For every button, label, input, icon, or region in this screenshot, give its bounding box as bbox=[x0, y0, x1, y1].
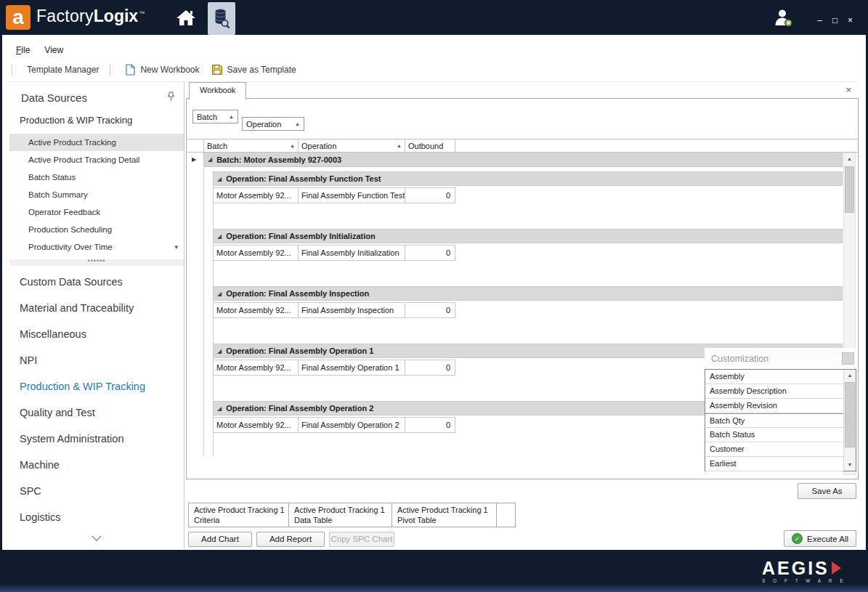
chevron-down-icon bbox=[92, 532, 102, 541]
table-row[interactable]: Motor Assembly 92... Final Assembly Oper… bbox=[213, 417, 455, 433]
sidebar-item-productivity-over-time[interactable]: Productivity Over Time▾ bbox=[9, 238, 184, 256]
save-as-button[interactable]: Save As bbox=[798, 483, 856, 499]
cell-operation[interactable]: Final Assembly Operation 1 bbox=[299, 360, 405, 376]
cell-batch[interactable]: Motor Assembly 92... bbox=[213, 360, 299, 376]
table-row[interactable]: Motor Assembly 92... Final Assembly Oper… bbox=[213, 360, 455, 376]
sidebar-item-batch-status[interactable]: Batch Status bbox=[9, 169, 184, 186]
sort-asc-icon: ▲ bbox=[290, 143, 295, 148]
sort-asc-icon: ▲ bbox=[229, 114, 234, 119]
column-header-outbound[interactable]: Outbound bbox=[405, 139, 455, 152]
sidebar-category-system-administration[interactable]: System Administration bbox=[9, 426, 184, 452]
new-workbook-button[interactable]: New Workbook bbox=[119, 62, 205, 78]
execute-all-button[interactable]: ✓ Execute All bbox=[784, 530, 856, 547]
sidebar-category-spc[interactable]: SPC bbox=[9, 478, 184, 504]
minimize-button[interactable]: – bbox=[812, 16, 827, 25]
sidebar-category-logistics[interactable]: Logistics bbox=[9, 504, 184, 530]
sort-asc-icon: ▲ bbox=[295, 121, 300, 126]
sidebar-collapse-chevron[interactable] bbox=[94, 530, 100, 543]
row-expand-icon[interactable]: ▶ bbox=[192, 156, 196, 163]
group-expanded-icon: ◢ bbox=[208, 156, 212, 163]
column-header-batch[interactable]: Batch▲ bbox=[203, 139, 299, 152]
database-search-icon[interactable] bbox=[208, 2, 235, 35]
sort-asc-icon: ▲ bbox=[397, 143, 402, 148]
cell-batch[interactable]: Motor Assembly 92... bbox=[213, 187, 299, 203]
tab-data-table[interactable]: Active Product Tracking 1Data Table bbox=[289, 503, 392, 527]
group-field-operation[interactable]: Operation▲ bbox=[242, 117, 304, 131]
field-list-item[interactable]: Batch Qty bbox=[705, 413, 843, 428]
app-logo-letter: a bbox=[12, 6, 24, 28]
sidebar-item-production-scheduling[interactable]: Production Scheduling bbox=[9, 221, 184, 238]
brand-factory: Factory bbox=[36, 7, 94, 25]
scrollbar-thumb[interactable] bbox=[845, 382, 855, 447]
tab-workbook[interactable]: Workbook bbox=[189, 82, 246, 100]
save-as-template-button[interactable]: Save as Template bbox=[206, 62, 302, 78]
workbook-close-icon[interactable]: × bbox=[845, 85, 851, 94]
pin-icon[interactable] bbox=[167, 92, 175, 104]
tab-criteria[interactable]: Active Product Tracking 1Criteria bbox=[188, 503, 289, 527]
cell-outbound[interactable]: 0 bbox=[405, 360, 455, 376]
cell-batch[interactable]: Motor Assembly 92... bbox=[213, 245, 299, 261]
cell-operation[interactable]: Final Assembly Function Test bbox=[299, 187, 405, 203]
cell-operation[interactable]: Final Assembly Operation 2 bbox=[299, 417, 405, 433]
field-list-item[interactable]: Assembly bbox=[705, 370, 843, 384]
cell-outbound[interactable]: 0 bbox=[405, 245, 455, 261]
add-chart-button[interactable]: Add Chart bbox=[188, 532, 252, 547]
home-icon[interactable] bbox=[175, 8, 197, 27]
field-list-item[interactable]: Customer bbox=[705, 442, 843, 457]
field-list-item[interactable]: Assembly Description bbox=[705, 384, 843, 399]
maximize-button[interactable]: □ bbox=[827, 16, 843, 25]
scroll-down-icon[interactable]: ▼ bbox=[844, 459, 856, 471]
group-indent-line bbox=[203, 167, 204, 456]
new-workbook-icon bbox=[125, 64, 136, 76]
sidebar-item-operator-feedback[interactable]: Operator Feedback bbox=[9, 203, 184, 221]
sidebar-category-npi[interactable]: NPI bbox=[9, 347, 184, 373]
sidebar-item-active-product-tracking[interactable]: Active Product Tracking bbox=[9, 134, 184, 151]
sidebar-item-active-product-tracking-detail[interactable]: Active Product Tracking Detail bbox=[9, 151, 184, 169]
group-field-batch[interactable]: Batch▲ bbox=[192, 110, 238, 123]
scrollbar-thumb[interactable] bbox=[845, 166, 854, 213]
cell-operation[interactable]: Final Assembly Inspection bbox=[299, 302, 405, 318]
column-header-operation[interactable]: Operation▲ bbox=[299, 139, 405, 152]
sidebar-category-machine[interactable]: Machine bbox=[9, 452, 184, 478]
cell-batch[interactable]: Motor Assembly 92... bbox=[213, 417, 299, 433]
sidebar-category-material-and-traceability[interactable]: Material and Traceability bbox=[9, 295, 184, 321]
field-list-item[interactable]: Assembly Revision bbox=[705, 399, 843, 413]
user-icon[interactable] bbox=[773, 7, 793, 31]
sidebar-splitter[interactable]: •••••• bbox=[9, 259, 184, 266]
field-list-item[interactable]: Earliest bbox=[705, 457, 843, 471]
cell-batch[interactable]: Motor Assembly 92... bbox=[213, 302, 299, 318]
customization-scrollbar[interactable]: ▲ ▼ bbox=[843, 370, 856, 471]
group-expanded-icon: ◢ bbox=[217, 176, 222, 182]
sidebar-item-batch-summary[interactable]: Batch Summary bbox=[9, 186, 184, 203]
table-row[interactable]: Motor Assembly 92... Final Assembly Insp… bbox=[213, 302, 455, 318]
menu-view[interactable]: View bbox=[38, 42, 70, 58]
template-manager-button[interactable]: Template Manager bbox=[21, 62, 105, 77]
sidebar-section-title[interactable]: Production & WIP Tracking bbox=[9, 115, 184, 126]
close-button[interactable]: × bbox=[843, 16, 858, 25]
table-row[interactable]: Motor Assembly 92... Final Assembly Init… bbox=[213, 245, 455, 261]
scroll-up-icon[interactable]: ▲ bbox=[844, 370, 856, 381]
sidebar-category-quality-and-test[interactable]: Quality and Test bbox=[9, 400, 184, 426]
app-logo: a bbox=[6, 5, 31, 30]
cell-outbound[interactable]: 0 bbox=[405, 187, 455, 203]
batch-group-row[interactable]: ◢ Batch: Motor Assembly 927-0003 bbox=[203, 153, 843, 167]
cell-outbound[interactable]: 0 bbox=[405, 302, 455, 318]
chevron-down-icon[interactable]: ▾ bbox=[174, 238, 178, 256]
cell-operation[interactable]: Final Assembly Initialization bbox=[299, 245, 405, 261]
sidebar-category-custom-data-sources[interactable]: Custom Data Sources bbox=[9, 269, 184, 295]
table-row[interactable]: Motor Assembly 92... Final Assembly Func… bbox=[213, 187, 455, 203]
sidebar-category-miscellaneous[interactable]: Miscellaneous bbox=[9, 321, 184, 347]
customization-close-button[interactable] bbox=[842, 352, 854, 365]
cell-outbound[interactable]: 0 bbox=[405, 417, 455, 433]
add-report-button[interactable]: Add Report bbox=[256, 532, 325, 547]
operation-group-row[interactable]: ◢ Operation: Final Assembly Function Tes… bbox=[213, 171, 843, 186]
sidebar-category-production-wip-tracking[interactable]: Production & WIP Tracking bbox=[9, 373, 184, 400]
operation-group-row[interactable]: ◢ Operation: Final Assembly Inspection bbox=[213, 286, 843, 301]
toolbar-separator bbox=[110, 64, 114, 76]
tab-pivot-table[interactable]: Active Product Tracking 1Pivot Table bbox=[392, 503, 497, 527]
scroll-up-icon[interactable]: ▲ bbox=[844, 153, 855, 165]
menu-file[interactable]: File bbox=[9, 42, 36, 58]
sheet-tab-strip: Active Product Tracking 1Criteria Active… bbox=[186, 503, 859, 527]
operation-group-row[interactable]: ◢ Operation: Final Assembly Initializati… bbox=[213, 229, 843, 243]
field-list-item[interactable]: Batch Status bbox=[705, 428, 843, 442]
